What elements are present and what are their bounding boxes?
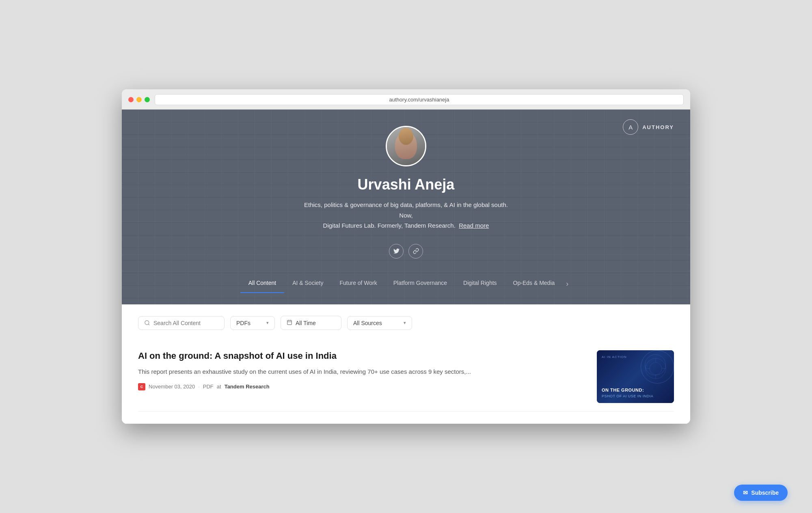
envelope-icon: ✉ — [743, 489, 748, 496]
link-button[interactable] — [408, 244, 423, 259]
svg-point-7 — [650, 362, 662, 375]
article-info: AI on the ground: A snapshot of AI use i… — [138, 350, 585, 390]
tab-platform-governance[interactable]: Platform Governance — [385, 275, 455, 293]
twitter-button[interactable] — [389, 244, 404, 259]
svg-point-0 — [145, 321, 149, 325]
filetype-filter[interactable]: PDFs ▾ — [230, 316, 275, 330]
calendar-icon — [287, 319, 292, 326]
address-bar[interactable]: authory.com/urvashianeja — [155, 94, 684, 105]
search-filters: PDFs ▾ All Time All Sources ▾ — [122, 304, 690, 338]
tab-ai-society[interactable]: AI & Society — [284, 275, 331, 293]
article-source[interactable]: Tandem Research — [225, 384, 270, 390]
content-area: PDFs ▾ All Time All Sources ▾ — [122, 304, 690, 424]
nav-tabs: All Content AI & Society Future of Work … — [232, 275, 580, 293]
article-list: AI on the ground: A snapshot of AI use i… — [122, 338, 690, 424]
tab-digital-rights[interactable]: Digital Rights — [455, 275, 505, 293]
browser-window: authory.com/urvashianeja A AUTHORY Urvas… — [122, 89, 690, 424]
thumbnail-main-text: ON THE GROUND: — [602, 387, 644, 393]
browser-chrome: authory.com/urvashianeja — [122, 89, 690, 110]
close-button[interactable] — [128, 97, 134, 102]
thumbnail-top-label: AI IN ACTION — [602, 355, 627, 359]
article-meta: C November 03, 2020 · PDF at Tandem Rese… — [138, 383, 585, 390]
thumbnail-image: AI IN ACTION ON THE GROUND: PSHOT OF AI … — [597, 350, 674, 403]
hero-section: A AUTHORY Urvashi Aneja Ethics, politics… — [122, 110, 690, 304]
search-input[interactable] — [153, 320, 218, 326]
profile-bio: Ethics, politics & governance of big dat… — [300, 200, 512, 231]
svg-line-1 — [148, 324, 149, 325]
article-type: PDF — [203, 384, 214, 390]
search-icon — [144, 320, 150, 326]
read-more-link[interactable]: Read more — [459, 222, 489, 229]
tab-all-content[interactable]: All Content — [240, 275, 284, 293]
source-badge: C — [138, 383, 145, 390]
subscribe-label: Subscribe — [751, 489, 779, 496]
circuit-decoration-icon — [644, 356, 668, 381]
chevron-down-icon: ▾ — [404, 320, 406, 325]
thumbnail-sub-text: PSHOT OF AI USE IN INDIA — [602, 394, 653, 398]
avatar — [386, 126, 426, 166]
avatar-image — [387, 127, 425, 165]
search-input-wrap[interactable] — [138, 316, 225, 330]
svg-rect-2 — [287, 320, 292, 325]
hero-content: Urvashi Aneja Ethics, politics & governa… — [130, 126, 682, 293]
article-thumbnail[interactable]: AI IN ACTION ON THE GROUND: PSHOT OF AI … — [597, 350, 674, 403]
article-excerpt: This report presents an exhaustive study… — [138, 367, 585, 377]
source-filter[interactable]: All Sources ▾ — [347, 316, 412, 330]
subscribe-button[interactable]: ✉ Subscribe — [734, 485, 788, 501]
table-row: AI on the ground: A snapshot of AI use i… — [138, 342, 674, 412]
chevron-down-icon: ▾ — [266, 320, 269, 325]
traffic-lights — [128, 97, 150, 102]
profile-name: Urvashi Aneja — [358, 176, 455, 193]
maximize-button[interactable] — [145, 97, 150, 102]
time-filter[interactable]: All Time — [281, 316, 341, 330]
minimize-button[interactable] — [136, 97, 142, 102]
article-title[interactable]: AI on the ground: A snapshot of AI use i… — [138, 350, 585, 362]
article-date: November 03, 2020 — [149, 384, 195, 390]
social-icons — [389, 244, 423, 259]
tab-future-of-work[interactable]: Future of Work — [331, 275, 385, 293]
tabs-more-indicator[interactable]: › — [563, 275, 572, 293]
tab-op-eds-media[interactable]: Op-Eds & Media — [505, 275, 563, 293]
